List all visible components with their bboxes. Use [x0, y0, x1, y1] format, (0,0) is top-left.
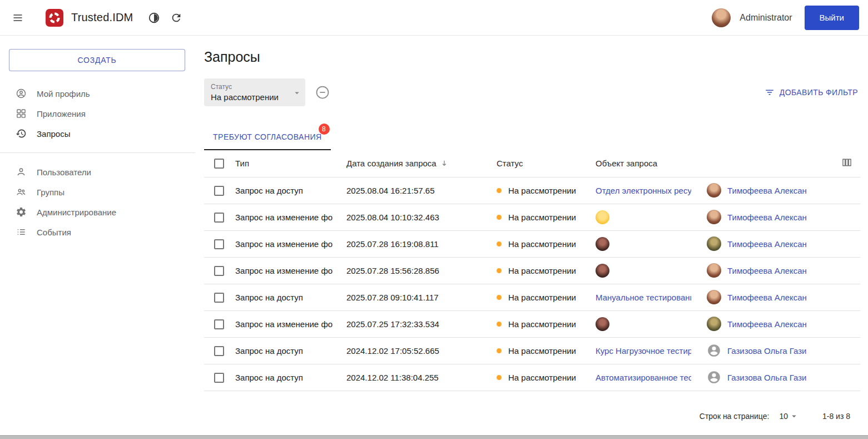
sort-desc-icon [440, 159, 449, 168]
row-checkbox[interactable] [214, 239, 224, 249]
remove-filter-button[interactable] [314, 84, 331, 101]
tab-badge: 8 [319, 124, 330, 135]
request-date: 2025.07.28 16:19:08.811 [344, 230, 494, 257]
owner-link[interactable]: Тимофеева Алексан [727, 213, 807, 222]
sidebar-item-administration[interactable]: Администрирование [0, 202, 195, 222]
object-avatar[interactable] [596, 237, 609, 251]
owner-avatar[interactable] [707, 370, 721, 384]
row-checkbox[interactable] [214, 266, 224, 276]
object-avatar[interactable] [596, 264, 609, 278]
pagination: Строк на странице: 10 1-8 из 8 [204, 411, 860, 421]
status-dot [497, 375, 502, 380]
object-link[interactable]: Мануальное тестировани [596, 293, 691, 302]
select-all-checkbox[interactable] [214, 159, 224, 169]
object-link[interactable]: Курс Нагрузочное тестир [596, 346, 691, 356]
gear-icon [16, 206, 27, 218]
table-body: Запрос на доступ 2025.08.04 16:21:57.65 … [204, 177, 860, 391]
object-avatar[interactable] [596, 210, 609, 224]
owner-avatar[interactable] [707, 290, 721, 304]
row-checkbox[interactable] [214, 373, 224, 383]
request-date: 2025.08.04 10:10:32.463 [344, 204, 494, 230]
owner-avatar[interactable] [707, 210, 721, 224]
owner-avatar[interactable] [707, 183, 721, 198]
owner-link[interactable]: Тимофеева Алексан [727, 186, 807, 195]
column-header-date[interactable]: Дата создания запроса [344, 150, 494, 177]
status-dot [497, 241, 502, 246]
request-date: 2024.12.02 11:38:04.255 [344, 364, 494, 391]
owner-avatar[interactable] [707, 263, 721, 278]
minus-circle-icon [315, 85, 330, 100]
column-header-status[interactable]: Статус [494, 150, 593, 177]
column-header-type[interactable]: Тип [233, 150, 344, 177]
object-link[interactable]: Автоматизированное тес [596, 373, 691, 382]
status-text: На рассмотрении [508, 373, 576, 382]
chevron-down-icon [789, 411, 799, 421]
sidebar-item-label: Мой профиль [37, 89, 90, 98]
sidebar-item-groups[interactable]: Группы [0, 182, 195, 202]
status-text: На рассмотрении [508, 346, 576, 356]
row-checkbox[interactable] [214, 319, 224, 329]
owner-avatar[interactable] [707, 236, 721, 251]
hamburger-menu-button[interactable] [7, 7, 29, 29]
owner-link[interactable]: Тимофеева Алексан [727, 319, 807, 329]
request-type: Запрос на изменение фо [233, 257, 344, 284]
request-type: Запрос на доступ [233, 177, 344, 204]
status-text: На рассмотрении [508, 213, 576, 222]
request-date: 2025.07.28 15:56:28.856 [344, 257, 494, 284]
columns-icon [841, 157, 852, 168]
table-row: Запрос на изменение фо 2025.07.28 16:19:… [204, 230, 860, 257]
filter-value: На рассмотрении [211, 92, 290, 102]
table-row: Запрос на доступ 2024.12.02 11:38:04.255… [204, 364, 860, 391]
row-checkbox[interactable] [214, 213, 224, 223]
owner-link[interactable]: Тимофеева Алексан [727, 293, 807, 302]
owner-link[interactable]: Газизова Ольга Гази [727, 346, 807, 356]
table-row: Запрос на доступ 2024.12.02 17:05:52.665… [204, 337, 860, 364]
sidebar-item-applications[interactable]: Приложения [0, 103, 195, 124]
rows-per-page-label: Строк на странице: [700, 412, 770, 421]
owner-link[interactable]: Тимофеева Алексан [727, 266, 807, 275]
page-range: 1-8 из 8 [822, 412, 850, 421]
sidebar-item-events[interactable]: События [0, 222, 195, 242]
sidebar-item-label: Группы [37, 188, 65, 197]
add-filter-button[interactable]: ДОБАВИТЬ ФИЛЬТР [765, 87, 860, 97]
sidebar-item-requests[interactable]: Запросы [0, 124, 195, 144]
logout-button[interactable]: Выйти [805, 6, 859, 30]
sidebar-item-users[interactable]: Пользователи [0, 162, 195, 182]
sidebar-item-label: События [37, 228, 71, 237]
object-avatar[interactable] [596, 317, 609, 331]
owner-avatar[interactable] [707, 343, 721, 358]
profile-icon [16, 88, 27, 99]
table-row: Запрос на доступ 2025.07.28 09:10:41.117… [204, 284, 860, 310]
column-header-object[interactable]: Объект запроса [593, 150, 705, 177]
user-avatar[interactable] [712, 8, 731, 27]
rows-per-page-select[interactable]: 10 [779, 411, 799, 421]
row-checkbox[interactable] [214, 186, 224, 196]
owner-link[interactable]: Газизова Ольга Гази [727, 373, 807, 382]
row-checkbox[interactable] [214, 346, 224, 356]
request-type: Запрос на доступ [233, 364, 344, 391]
theme-toggle-button[interactable] [143, 7, 165, 29]
create-button[interactable]: СОЗДАТЬ [9, 49, 185, 71]
owner-link[interactable]: Тимофеева Алексан [727, 239, 807, 249]
request-date: 2025.07.25 17:32:33.534 [344, 310, 494, 337]
status-text: На рассмотрении [508, 266, 576, 275]
tab-require-approval[interactable]: ТРЕБУЮТ СОГЛАСОВАНИЯ 8 [204, 124, 331, 150]
row-checkbox[interactable] [214, 293, 224, 303]
horizontal-scrollbar[interactable] [0, 435, 868, 439]
sidebar-item-label: Администрирование [37, 208, 116, 217]
sidebar-item-my-profile[interactable]: Мой профиль [0, 83, 195, 103]
object-link[interactable]: Отдел электронных ресур [596, 186, 691, 195]
list-icon [16, 226, 27, 238]
filter-row: Статус На рассмотрении ДОБАВИТЬ ФИЛЬТР [204, 78, 860, 106]
request-type: Запрос на доступ [233, 337, 344, 364]
user-name: Administrator [740, 13, 792, 23]
request-type: Запрос на изменение фо [233, 204, 344, 230]
column-settings-button[interactable] [841, 157, 852, 168]
sidebar-item-label: Приложения [37, 109, 86, 119]
owner-avatar[interactable] [707, 317, 721, 331]
status-filter-select[interactable]: Статус На рассмотрении [204, 78, 305, 106]
status-text: На рассмотрении [508, 319, 576, 329]
request-date: 2025.08.04 16:21:57.65 [344, 177, 494, 204]
table-row: Запрос на изменение фо 2025.07.25 17:32:… [204, 310, 860, 337]
refresh-button[interactable] [165, 7, 187, 29]
